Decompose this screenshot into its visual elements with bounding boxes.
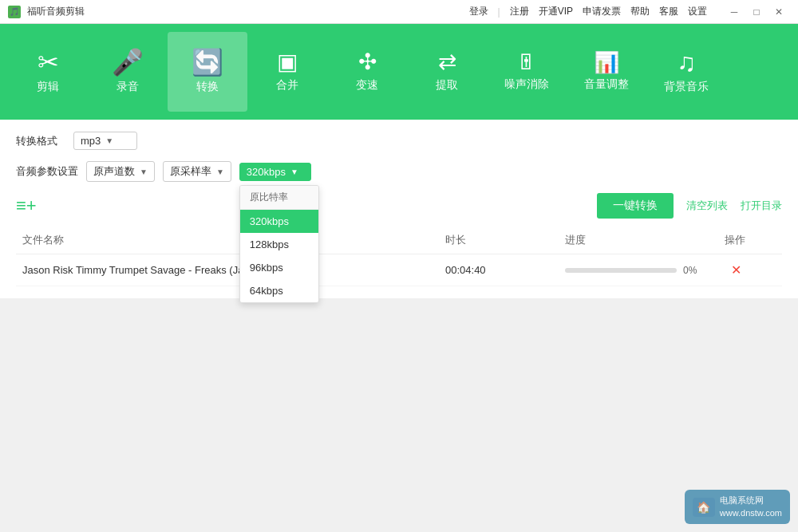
- toolbar-label-record: 录音: [117, 80, 139, 94]
- add-icon: ≡+: [16, 195, 37, 216]
- watermark-box: 🏠 电脑系统网 www.dnstw.com: [685, 490, 790, 524]
- nav-service[interactable]: 客服: [659, 5, 678, 18]
- minimize-button[interactable]: ─: [723, 3, 745, 21]
- bitrate-option-128[interactable]: 128kbps: [240, 233, 318, 256]
- bitrate-option-64[interactable]: 64kbps: [240, 279, 318, 302]
- cell-action: ✕: [718, 262, 782, 278]
- add-files-button[interactable]: ≡+: [16, 195, 37, 216]
- dropdown-header: 原比特率: [240, 186, 318, 210]
- channel-select[interactable]: 原声道数 ▼: [86, 161, 155, 182]
- toolbar-label-bgmusic: 背景音乐: [664, 80, 709, 94]
- format-label: 转换格式: [16, 134, 64, 148]
- watermark-text: 电脑系统网 www.dnstw.com: [720, 495, 782, 519]
- table-header: 文件名称 时长 进度 操作: [16, 227, 782, 254]
- cell-progress: 0%: [559, 265, 718, 276]
- title-bar-left: 🎵 福听音频剪辑: [8, 5, 85, 18]
- main-content: 转换格式 mp3 ▼ 音频参数设置 原声道数 ▼ 原采样率 ▼ 320kbps …: [0, 120, 798, 298]
- col-duration: 时长: [439, 233, 559, 247]
- title-bar: 🎵 福听音频剪辑 登录 | 注册 开通VIP 申请发票 帮助 客服 设置 ─ □…: [0, 0, 798, 24]
- toolbar-label-extract: 提取: [436, 78, 458, 93]
- toolbar-item-denoise[interactable]: 🎚 噪声消除: [487, 32, 567, 112]
- nav-settings[interactable]: 设置: [688, 5, 707, 18]
- toolbar-item-extract[interactable]: ⇄ 提取: [407, 32, 487, 112]
- microphone-icon: 🎤: [112, 49, 144, 75]
- bitrate-select[interactable]: 320kbps ▼: [239, 163, 311, 181]
- toolbar-label-cut: 剪辑: [37, 80, 59, 94]
- cell-duration: 00:04:40: [439, 264, 559, 276]
- toolbar-label-volume: 音量调整: [584, 77, 629, 92]
- toolbar-item-speed[interactable]: ✣ 变速: [327, 32, 407, 112]
- bitrate-dropdown-menu: 原比特率 320kbps 128kbps 96kbps 64kbps: [239, 185, 319, 303]
- convert-icon: 🔄: [192, 49, 223, 75]
- toolbar-item-bgmusic[interactable]: ♫ 背景音乐: [646, 32, 726, 112]
- extract-icon: ⇄: [438, 51, 456, 73]
- app-title: 福听音频剪辑: [27, 5, 85, 18]
- toolbar-item-cut[interactable]: ✂ 剪辑: [8, 32, 88, 112]
- format-arrow-icon: ▼: [105, 136, 113, 145]
- nav-invoice[interactable]: 申请发票: [583, 5, 621, 18]
- format-row: 转换格式 mp3 ▼: [16, 132, 782, 150]
- bitrate-arrow-icon: ▼: [290, 167, 298, 176]
- samplerate-select[interactable]: 原采样率 ▼: [163, 161, 231, 182]
- convert-button[interactable]: 一键转换: [597, 193, 674, 219]
- col-action: 操作: [718, 233, 782, 247]
- toolbar-item-merge[interactable]: ▣ 合并: [247, 32, 327, 112]
- bitrate-dropdown-container: 320kbps ▼ 原比特率 320kbps 128kbps 96kbps 64…: [239, 163, 311, 181]
- delete-button[interactable]: ✕: [725, 263, 748, 277]
- nav-register[interactable]: 注册: [510, 5, 529, 18]
- merge-icon: ▣: [277, 51, 298, 73]
- progress-bar-container: [565, 268, 677, 273]
- scissors-icon: ✂: [38, 49, 59, 75]
- bitrate-option-320[interactable]: 320kbps: [240, 210, 318, 233]
- action-row: ≡+ 一键转换 清空列表 打开目录: [16, 193, 782, 219]
- channel-arrow-icon: ▼: [140, 167, 148, 176]
- nav-help[interactable]: 帮助: [630, 5, 650, 18]
- toolbar-label-merge: 合并: [276, 78, 298, 93]
- watermark-house-icon: 🏠: [693, 498, 715, 517]
- col-filename: 文件名称: [16, 233, 439, 247]
- toolbar: ✂ 剪辑 🎤 录音 🔄 转换 ▣ 合并 ✣ 变速 ⇄ 提取 🎚 噪声消除 📊 音…: [0, 24, 798, 120]
- volume-icon: 📊: [594, 52, 619, 73]
- open-dir-link[interactable]: 打开目录: [741, 199, 782, 213]
- speed-icon: ✣: [358, 51, 377, 73]
- denoise-icon: 🎚: [516, 52, 537, 73]
- params-row: 音频参数设置 原声道数 ▼ 原采样率 ▼ 320kbps ▼ 原比特率 320k…: [16, 161, 782, 182]
- table-row: Jason Risk Timmy Trumpet Savage - Freaks…: [16, 254, 782, 286]
- close-button[interactable]: ✕: [768, 3, 790, 21]
- watermark: 🏠 电脑系统网 www.dnstw.com: [685, 490, 790, 524]
- toolbar-item-record[interactable]: 🎤 录音: [88, 32, 168, 112]
- format-select[interactable]: mp3 ▼: [73, 132, 137, 150]
- toolbar-label-convert: 转换: [196, 80, 219, 94]
- nav-links: 登录 | 注册 开通VIP 申请发票 帮助 客服 设置: [469, 5, 707, 18]
- col-progress: 进度: [559, 233, 718, 247]
- clear-list-link[interactable]: 清空列表: [686, 199, 728, 213]
- params-label: 音频参数设置: [16, 164, 78, 179]
- toolbar-label-denoise: 噪声消除: [504, 77, 549, 92]
- bgmusic-icon: ♫: [677, 49, 696, 75]
- nav-login[interactable]: 登录: [469, 5, 488, 18]
- bitrate-option-96[interactable]: 96kbps: [240, 256, 318, 279]
- cell-filename: Jason Risk Timmy Trumpet Savage - Freaks…: [16, 264, 439, 276]
- toolbar-item-convert[interactable]: 🔄 转换: [168, 32, 247, 112]
- app-icon: 🎵: [8, 6, 21, 18]
- toolbar-label-speed: 变速: [356, 78, 378, 93]
- progress-text: 0%: [683, 265, 697, 276]
- nav-vip[interactable]: 开通VIP: [539, 5, 573, 18]
- action-right: 一键转换 清空列表 打开目录: [597, 193, 782, 219]
- toolbar-item-volume[interactable]: 📊 音量调整: [567, 32, 646, 112]
- maximize-button[interactable]: □: [745, 3, 768, 21]
- samplerate-arrow-icon: ▼: [216, 167, 224, 176]
